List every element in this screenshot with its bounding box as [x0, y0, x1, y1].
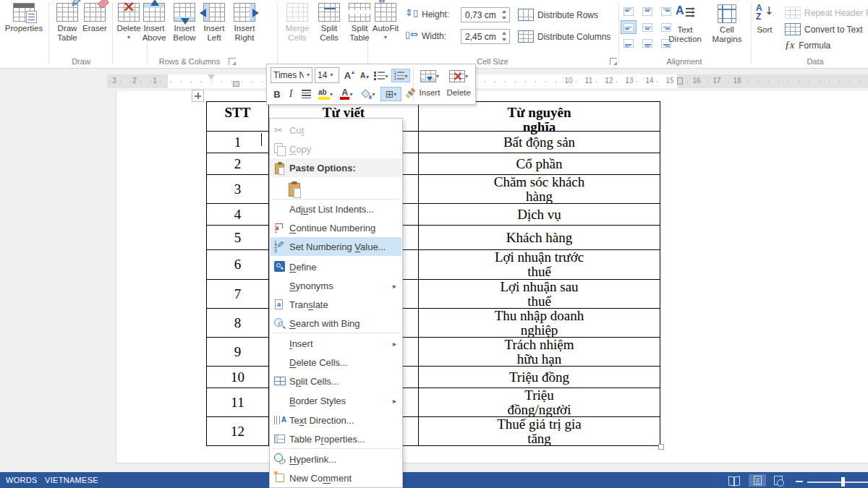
menu-item-copy[interactable]: Copy — [271, 140, 401, 158]
align-bottom-center-button[interactable] — [639, 36, 655, 50]
meaning-cell[interactable]: Bất động sản — [419, 132, 660, 153]
eraser-button[interactable]: Eraser — [79, 3, 111, 33]
table-move-handle[interactable] — [192, 90, 204, 102]
stt-cell[interactable]: 7 — [207, 280, 269, 309]
menu-item-continue-numbering[interactable]: 11Continue Numbering — [271, 218, 401, 237]
menu-item-delete-cells[interactable]: Delete Cells... — [271, 353, 401, 372]
paste-icon[interactable] — [288, 181, 304, 199]
table-resize-handle[interactable] — [658, 444, 664, 450]
menu-item-translate[interactable]: aTranslate — [271, 295, 401, 314]
align-center-center-button[interactable] — [639, 20, 655, 34]
menu-item-split-cells[interactable]: Split Cells... — [271, 372, 401, 390]
header-cell-tu-nguyen-nghia[interactable]: Từ nguyênnghĩa — [419, 102, 660, 132]
stt-cell[interactable]: 4 — [207, 204, 269, 226]
insert-right-button[interactable]: Insert Right — [229, 3, 260, 43]
merge-cells-button[interactable]: Merge Cells — [281, 3, 314, 43]
delete-dropdown-arrow[interactable]: ▾ — [127, 35, 130, 40]
stt-cell[interactable]: 1 — [207, 132, 269, 153]
font-name-combo[interactable]: Times Ne ▾ — [271, 67, 312, 83]
align-top-left-button[interactable] — [621, 4, 637, 18]
meaning-cell[interactable]: Khách hàng — [419, 226, 660, 250]
properties-button[interactable]: Properties — [1, 3, 47, 33]
text-direction-button[interactable]: A Text Direction — [663, 4, 707, 44]
meaning-cell[interactable]: Cổ phần — [419, 153, 660, 175]
menu-item-hyperlink[interactable]: Hyperlink... — [271, 450, 401, 468]
menu-item-adjust-list-indents[interactable]: Adjust List Indents... — [271, 200, 401, 218]
web-layout-button[interactable] — [770, 474, 787, 487]
zoom-slider-thumb[interactable] — [841, 477, 845, 487]
height-input[interactable]: 0,73 cm — [461, 7, 510, 22]
cell-margins-button[interactable]: Cell Margins — [707, 4, 747, 44]
shading-button[interactable]: ▾ — [358, 87, 378, 101]
minibar-delete-button[interactable]: × ▾ — [445, 68, 472, 84]
align-button[interactable] — [299, 87, 313, 101]
minibar-insert-button[interactable]: ▾ — [416, 68, 443, 84]
align-bottom-left-button[interactable] — [621, 36, 637, 50]
meaning-cell[interactable]: Trách nhiệmhữu hạn — [419, 338, 660, 367]
menu-item-table-properties[interactable]: Table Properties... — [271, 429, 401, 448]
stt-cell[interactable]: 3 — [207, 175, 269, 204]
meaning-cell[interactable]: Lợi nhuận sauthuế — [419, 280, 660, 309]
stt-cell[interactable]: 9 — [207, 338, 269, 367]
stt-cell[interactable]: 10 — [207, 367, 269, 388]
bullets-button[interactable]: ▾ — [373, 69, 390, 82]
align-center-left-button[interactable] — [621, 20, 637, 34]
stt-cell[interactable]: 2 — [207, 153, 269, 175]
highlight-button[interactable]: ab ▾ — [315, 87, 336, 101]
read-mode-button[interactable] — [726, 474, 743, 487]
format-painter-button[interactable] — [404, 87, 418, 101]
italic-button[interactable]: I — [286, 87, 296, 101]
menu-item-synonyms[interactable]: Synonyms▸ — [271, 276, 401, 295]
autofit-dropdown-arrow[interactable]: ▾ — [384, 35, 387, 40]
shrink-font-button[interactable]: A▾ — [358, 67, 371, 83]
distribute-rows-button[interactable]: Distribute Rows — [518, 9, 598, 21]
height-stepper[interactable] — [500, 9, 508, 21]
insert-left-button[interactable]: Insert Left — [198, 3, 230, 43]
meaning-cell[interactable]: Thu nhập doanhnghiệp — [419, 309, 660, 338]
font-color-button[interactable]: A ▾ — [337, 87, 356, 101]
numbering-button[interactable]: 1 2 3 ▾ — [391, 69, 410, 82]
menu-item-search-with-bing[interactable]: Search with Bing — [271, 314, 401, 333]
horizontal-ruler[interactable]: 321101112131415161718 — [107, 74, 868, 88]
menu-item-border-styles[interactable]: Border Styles▸ — [271, 391, 401, 410]
language-label[interactable]: VIETNAMESE — [45, 476, 98, 484]
formula-button[interactable]: ƒx Formula — [785, 40, 830, 51]
zoom-slider-track[interactable] — [807, 481, 868, 483]
stt-cell[interactable]: 8 — [207, 309, 269, 338]
insert-above-button[interactable]: Insert Above — [138, 3, 170, 43]
menu-item-paste-options[interactable]: Paste Options: — [271, 158, 401, 177]
cell-size-dialog-launcher[interactable] — [610, 58, 617, 65]
borders-button[interactable]: ⊞ ▾ — [380, 87, 401, 101]
meaning-cell[interactable]: Dịch vụ — [419, 204, 660, 226]
distribute-columns-button[interactable]: Distribute Columns — [518, 30, 610, 43]
meaning-cell[interactable]: Lợi nhuận trướcthuế — [419, 250, 660, 280]
stt-cell[interactable]: 11 — [207, 388, 269, 417]
align-top-center-button[interactable] — [639, 4, 655, 18]
menu-item-define[interactable]: Define — [271, 257, 401, 276]
meaning-cell[interactable]: Triệu đồng — [419, 367, 660, 388]
repeat-header-rows-button[interactable]: Repeat Header Rows — [785, 7, 868, 19]
print-layout-button[interactable] — [749, 474, 766, 487]
zoom-out-button[interactable] — [796, 481, 803, 482]
rows-columns-dialog-launcher[interactable] — [229, 58, 236, 65]
meaning-cell[interactable]: Chăm sóc kháchhàng — [419, 175, 660, 204]
menu-item-cut[interactable]: ✂Cut — [271, 121, 401, 140]
convert-to-text-button[interactable]: Convert to Text — [785, 23, 862, 35]
grow-font-button[interactable]: A▾ — [342, 67, 357, 83]
meaning-cell[interactable]: Triệuđồng/người — [419, 388, 660, 417]
menu-item-new-comment[interactable]: ✱New Comment — [271, 468, 401, 487]
word-count-label[interactable]: WORDS — [6, 476, 38, 484]
insert-below-button[interactable]: Insert Below — [169, 3, 200, 43]
menu-item-text-direction[interactable]: AText Direction... — [271, 411, 401, 429]
meaning-cell[interactable]: Thuế giá trị giatăng — [419, 417, 660, 446]
font-size-combo[interactable]: 14 ▾ — [315, 67, 339, 83]
stt-cell[interactable]: 6 — [207, 250, 269, 280]
sort-button[interactable]: A Z ↓ Sort — [754, 4, 775, 35]
width-input[interactable]: 2,45 cm — [461, 29, 510, 44]
width-stepper[interactable] — [500, 30, 508, 43]
menu-item-set-numbering-value[interactable]: 123✎Set Numbering Value... — [271, 237, 401, 256]
stt-cell[interactable]: 5 — [207, 226, 269, 250]
stt-cell[interactable]: 12 — [207, 417, 269, 446]
menu-item-insert[interactable]: Insert▸ — [271, 334, 401, 353]
autofit-button[interactable]: ⇔ AutoFit ▾ — [370, 3, 401, 40]
